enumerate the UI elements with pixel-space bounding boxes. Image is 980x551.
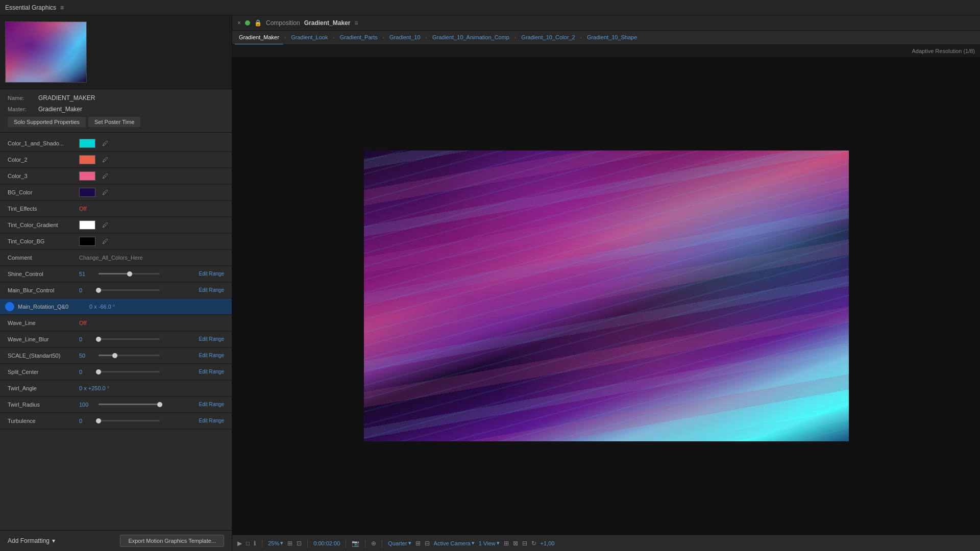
viewer-layout3-icon[interactable]: ⊟ xyxy=(522,540,527,547)
prop-wave-value[interactable]: Off xyxy=(79,320,86,326)
prop-twirl-angle-value[interactable]: 0 x +250.0 ° xyxy=(79,385,109,391)
tab-gradient-10-anim[interactable]: Gradient_10_Animation_Comp xyxy=(428,31,513,45)
set-poster-btn[interactable]: Set Poster Time xyxy=(88,117,140,127)
viewer-quality[interactable]: Quarter ▾ xyxy=(388,540,411,546)
eyedropper-icon[interactable]: 🖊 xyxy=(102,156,108,163)
viewer-anchor-icon[interactable]: ⊕ xyxy=(371,540,376,547)
comp-close-btn[interactable]: × xyxy=(237,19,241,27)
prop-wave-blur-value[interactable]: 0 xyxy=(79,336,94,342)
viewer-toggle-icon[interactable]: ⊞ xyxy=(415,540,421,547)
eyedropper-icon[interactable]: 🖊 xyxy=(102,172,108,180)
prop-comment[interactable]: Comment Change_All_Colors_Here xyxy=(0,249,232,266)
name-value[interactable]: GRADIENT_MAKER xyxy=(38,94,95,102)
prop-main-rotation[interactable]: Main_Rotation_Q&0 0 x -66.0 ° xyxy=(0,298,232,315)
viewer-zoom[interactable]: 25% ▾ xyxy=(268,540,283,546)
viewer-fit-icon[interactable]: ⊞ xyxy=(287,540,292,547)
tab-gradient-10-color2[interactable]: Gradient_10_Color_2 xyxy=(517,31,579,45)
blur-edit-range[interactable]: Edit Range xyxy=(199,287,224,293)
twirl-radius-thumb[interactable] xyxy=(157,402,162,407)
prop-color2-swatch[interactable] xyxy=(79,155,95,164)
eyedropper-icon[interactable]: 🖊 xyxy=(102,189,108,196)
comp-title[interactable]: Gradient_Maker xyxy=(304,19,351,27)
prop-color2[interactable]: Color_2 🖊 xyxy=(0,152,232,168)
master-value[interactable]: Gradient_Maker xyxy=(38,106,82,113)
viewer-layout1-icon[interactable]: ⊞ xyxy=(504,540,509,547)
prop-blur-value[interactable]: 0 xyxy=(79,287,94,293)
scale-edit-range[interactable]: Edit Range xyxy=(199,353,224,358)
prop-scale-value[interactable]: 50 xyxy=(79,353,94,359)
prop-twirl-angle[interactable]: Twirl_Angle 0 x +250.0 ° xyxy=(0,380,232,396)
wave-blur-slider[interactable] xyxy=(99,338,160,340)
viewer-frame-icon[interactable]: ⊡ xyxy=(297,540,302,547)
prop-twirl-radius[interactable]: Twirl_Radius 100 Edit Range xyxy=(0,396,232,413)
eyedropper-icon[interactable]: 🖊 xyxy=(102,238,108,245)
split-slider[interactable] xyxy=(99,371,160,372)
prop-color3[interactable]: Color_3 🖊 xyxy=(0,168,232,184)
viewer-camera[interactable]: Active Camera ▾ xyxy=(434,540,475,546)
scale-slider-thumb[interactable] xyxy=(112,353,117,358)
prop-scale[interactable]: SCALE_(Standart50) 50 Edit Range xyxy=(0,347,232,364)
blur-slider[interactable] xyxy=(99,289,160,291)
viewer-snapshot-icon[interactable]: □ xyxy=(246,540,250,547)
viewer-camera2-icon[interactable]: 📷 xyxy=(352,540,359,547)
prop-tint-color-gradient[interactable]: Tint_Color_Gradient 🖊 xyxy=(0,217,232,233)
prop-color1[interactable]: Color_1_and_Shado... 🖊 xyxy=(0,135,232,152)
eyedropper-icon[interactable]: 🖊 xyxy=(102,221,108,229)
turbulence-slider[interactable] xyxy=(99,420,160,421)
prop-shine-control[interactable]: Shine_Control 51 Edit Range xyxy=(0,266,232,282)
prop-rotation-value[interactable]: 0 x -66.0 ° xyxy=(89,304,115,310)
viewer-timecode[interactable]: 0:00:02:00 xyxy=(313,540,340,546)
viewer-play-icon[interactable]: ▶ xyxy=(237,540,242,547)
tab-gradient-10[interactable]: Gradient_10 xyxy=(385,31,425,45)
split-edit-range[interactable]: Edit Range xyxy=(199,369,224,374)
export-motion-template-btn[interactable]: Export Motion Graphics Template... xyxy=(120,535,224,547)
prop-wave-blur[interactable]: Wave_Line_Blur 0 Edit Range xyxy=(0,331,232,347)
prop-turbulence[interactable]: Turbulence 0 Edit Range xyxy=(0,413,232,429)
twirl-radius-edit-range[interactable]: Edit Range xyxy=(199,402,224,407)
eyedropper-icon[interactable]: 🖊 xyxy=(102,140,108,147)
split-slider-container xyxy=(99,371,192,372)
prop-turbulence-value[interactable]: 0 xyxy=(79,418,94,424)
turbulence-thumb[interactable] xyxy=(96,418,101,423)
prop-split-center[interactable]: Split_Center 0 Edit Range xyxy=(0,364,232,380)
tab-gradient-look[interactable]: Gradient_Look xyxy=(287,31,332,45)
prop-shine-value[interactable]: 51 xyxy=(79,271,94,277)
solo-supported-btn[interactable]: Solo Supported Properties xyxy=(8,117,86,127)
wave-blur-thumb[interactable] xyxy=(96,337,101,342)
prop-color3-swatch[interactable] xyxy=(79,171,95,181)
viewer-refresh-icon[interactable]: ↻ xyxy=(531,540,536,547)
turbulence-edit-range[interactable]: Edit Range xyxy=(199,418,224,423)
prop-tint-color-bg[interactable]: Tint_Color_BG 🖊 xyxy=(0,233,232,249)
split-slider-thumb[interactable] xyxy=(96,369,101,374)
tab-gradient-maker[interactable]: Gradient_Maker xyxy=(235,31,283,45)
viewer-overlay-icon[interactable]: ⊟ xyxy=(425,540,430,547)
tab-gradient-10-shape[interactable]: Gradient_10_Shape xyxy=(583,31,641,45)
properties-list: Color_1_and_Shado... 🖊 Color_2 🖊 Color_3… xyxy=(0,133,232,530)
add-formatting-btn[interactable]: Add Formatting ▾ xyxy=(8,537,55,544)
prop-twirl-radius-value[interactable]: 100 xyxy=(79,402,94,408)
prop-wave-line[interactable]: Wave_Line Off xyxy=(0,315,232,331)
prop-color1-swatch[interactable] xyxy=(79,139,95,148)
shine-edit-range[interactable]: Edit Range xyxy=(199,271,224,277)
comp-lock-icon[interactable]: 🔒 xyxy=(254,19,262,27)
shine-slider[interactable] xyxy=(99,273,160,274)
comp-menu-icon[interactable]: ≡ xyxy=(354,19,358,27)
prop-tint-effects[interactable]: Tint_Effects Off xyxy=(0,201,232,217)
viewer-info-icon[interactable]: ℹ xyxy=(254,540,256,547)
panel-menu-icon[interactable]: ≡ xyxy=(60,4,64,11)
prop-bg-color[interactable]: BG_Color 🖊 xyxy=(0,184,232,201)
twirl-radius-slider[interactable] xyxy=(99,404,160,405)
prop-tint-bg-swatch[interactable] xyxy=(79,237,95,246)
prop-tint-effects-value[interactable]: Off xyxy=(79,206,86,212)
prop-tint-gradient-swatch[interactable] xyxy=(79,220,95,230)
prop-main-blur[interactable]: Main_Blur_Control 0 Edit Range xyxy=(0,282,232,298)
prop-bg-color-swatch[interactable] xyxy=(79,188,95,197)
wave-blur-edit-range[interactable]: Edit Range xyxy=(199,336,224,342)
viewer-view[interactable]: 1 View ▾ xyxy=(479,540,500,546)
tab-gradient-parts[interactable]: Gradient_Parts xyxy=(336,31,382,45)
scale-slider[interactable] xyxy=(99,355,160,356)
viewer-layout2-icon[interactable]: ⊠ xyxy=(513,540,518,547)
blur-slider-thumb[interactable] xyxy=(96,288,101,293)
prop-split-value[interactable]: 0 xyxy=(79,369,94,375)
shine-slider-thumb[interactable] xyxy=(127,271,132,277)
